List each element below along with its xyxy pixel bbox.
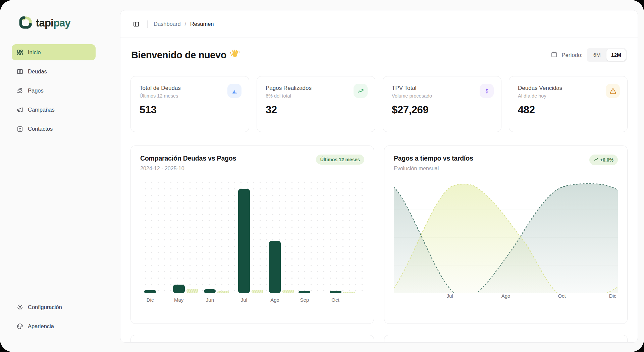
period-segmented-control: 6M 12M (587, 48, 627, 62)
sidebar-toggle-button[interactable] (131, 19, 141, 29)
stat-value: 482 (518, 104, 619, 116)
area-chart-title: Pagos a tiempo vs tardíos (394, 155, 473, 162)
bar-group-jun: Jun (204, 289, 229, 293)
bar-chart-badge: Últimos 12 meses (316, 155, 364, 165)
bar-pagos (186, 289, 198, 293)
hand-coins-icon (16, 87, 23, 94)
sidebar-item-label: Campañas (28, 107, 55, 113)
bar-deudas (299, 291, 310, 293)
alert-triangle-icon (606, 84, 620, 98)
bar-chart-title: Comparación Deudas vs Pagos (140, 155, 236, 162)
sidebar-item-label: Deudas (28, 68, 47, 75)
bar-x-label: Jul (238, 297, 250, 303)
stat-subtitle: Al día de hoy (518, 93, 619, 99)
stat-subtitle: Volume procesado (392, 93, 492, 99)
top-header: Dashboard / Resumen (120, 10, 638, 38)
sidebar-item-configuracion[interactable]: Configuración (12, 299, 96, 315)
area-chart-plot: JulAgoOctDic (394, 182, 618, 293)
stat-card-tpvtotal: TPV TotalVolume procesado$27,269 (383, 76, 501, 132)
area-chart-subtitle: Evolución mensual (394, 166, 473, 172)
trending-up-icon (594, 157, 599, 163)
app-window: tapipay InicioDeudasPagosCampañasContact… (0, 0, 644, 352)
bar-group-sep: Sep (299, 291, 310, 293)
stats-row: Total de DeudasÚltimos 12 meses513Pagos … (130, 76, 628, 132)
stat-title: Total de Deudas (140, 85, 240, 92)
trending-up-icon (354, 84, 368, 98)
next-cards-row (130, 335, 628, 343)
dollar-icon (480, 84, 494, 98)
sidebar-item-inicio[interactable]: Inicio (12, 44, 96, 60)
bar-pagos (252, 290, 263, 293)
dashboard-icon (16, 49, 23, 56)
area-chart-badge: +0.0% (589, 155, 618, 165)
peek-card-left (130, 335, 374, 343)
bar-x-label: Oct (330, 297, 341, 303)
stat-subtitle: 6% del total (266, 93, 366, 99)
stat-card-deudasvencidas: Deudas VencidasAl día de hoy482 (509, 76, 628, 132)
bar-chart-icon (227, 84, 241, 98)
stat-card-totaldedeudas: Total de DeudasÚltimos 12 meses513 (130, 76, 249, 132)
bar-deudas (204, 289, 216, 293)
bar-group-dic: Dic (144, 290, 156, 293)
period-label: Período: (561, 52, 582, 58)
bar-deudas (269, 241, 281, 293)
period-option-6m[interactable]: 6M (588, 49, 606, 61)
bar-deudas (330, 291, 341, 293)
sidebar-item-pagos[interactable]: Pagos (12, 82, 96, 99)
sidebar-item-label: Contactos (28, 126, 53, 132)
bar-x-label: Jun (204, 297, 216, 303)
stat-title: Deudas Vencidas (518, 85, 619, 92)
stat-value: $27,269 (392, 104, 492, 116)
area-x-label: Ago (501, 293, 511, 299)
area-chart-x-axis: JulAgoOctDic (394, 293, 618, 300)
area-chart-card: Pagos a tiempo vs tardíos Evolución mens… (384, 145, 628, 324)
breadcrumb-current-page: Resumen (190, 21, 214, 27)
sidebar-item-label: Apariencia (28, 323, 54, 330)
breadcrumb-dashboard[interactable]: Dashboard (154, 21, 181, 27)
stat-value: 513 (140, 104, 240, 116)
sidebar: tapipay InicioDeudasPagosCampañasContact… (0, 0, 120, 352)
bar-group-may: May (173, 285, 198, 293)
tapipay-logo-icon (18, 15, 33, 31)
period-option-12m[interactable]: 12M (606, 49, 626, 61)
sidebar-item-apariencia[interactable]: Apariencia (12, 318, 96, 334)
bar-chart-subtitle: 2024-12 - 2025-10 (140, 166, 236, 172)
area-x-label: Dic (609, 293, 616, 299)
sidebar-footer-nav: ConfiguraciónApariencia (12, 299, 96, 337)
bar-x-label: Sep (299, 297, 310, 303)
sidebar-item-deudas[interactable]: Deudas (12, 63, 96, 79)
header-divider (147, 20, 148, 28)
period-selector: Período: 6M 12M (551, 48, 627, 62)
waving-hand-icon (230, 49, 240, 61)
area-x-label: Jul (446, 293, 453, 299)
bar-chart-card: Comparación Deudas vs Pagos 2024-12 - 20… (130, 145, 374, 324)
page-content: Bienvenido de nuevo (120, 38, 638, 343)
peek-card-right (384, 335, 628, 343)
bar-pagos (343, 292, 355, 293)
stat-title: TPV Total (392, 85, 492, 92)
brand-logo[interactable]: tapipay (12, 15, 120, 31)
banknote-dollar-icon (16, 68, 23, 75)
megaphone-icon (16, 106, 23, 113)
bar-x-label: Ago (269, 297, 281, 303)
main-panel: Dashboard / Resumen Bienvenido de nuevo (120, 10, 638, 343)
bar-pagos (217, 291, 229, 293)
bar-group-jul: Jul (238, 189, 263, 293)
bar-group-ago: Ago (269, 241, 294, 293)
palette-icon (16, 323, 23, 330)
bar-deudas (238, 189, 250, 293)
breadcrumb-separator: / (185, 21, 186, 27)
stat-card-pagosrealizados: Pagos Realizados6% del total32 (257, 76, 375, 132)
bar-deudas (144, 290, 156, 293)
bar-x-label: Dic (144, 297, 156, 303)
bar-pagos (282, 290, 294, 293)
stat-title: Pagos Realizados (266, 85, 366, 92)
stat-value: 32 (266, 104, 366, 116)
gear-icon (16, 304, 23, 311)
sidebar-item-label: Pagos (28, 87, 44, 94)
sidebar-item-contactos[interactable]: Contactos (12, 121, 96, 137)
bar-chart-plot: DicMayJunJulAgoSepOct (140, 182, 364, 293)
page-title: Bienvenido de nuevo (131, 49, 240, 61)
sidebar-item-campanas[interactable]: Campañas (12, 102, 96, 118)
bar-deudas (173, 285, 185, 293)
